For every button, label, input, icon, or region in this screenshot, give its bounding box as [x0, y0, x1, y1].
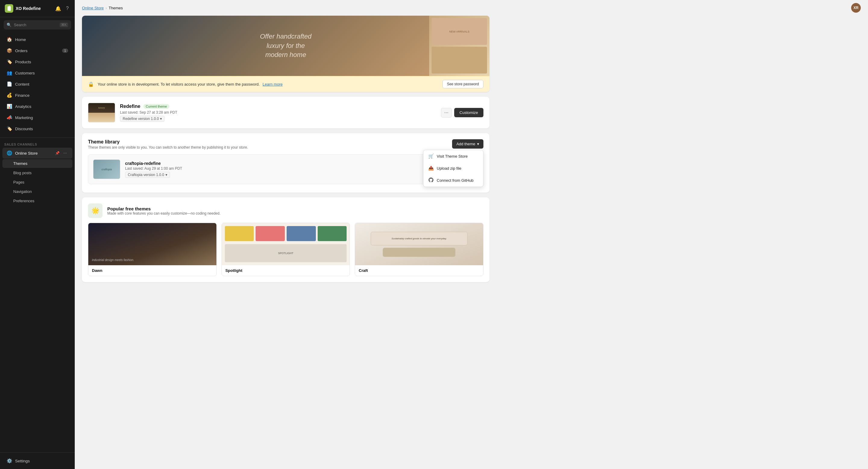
sidebar-item-label: Home	[15, 37, 26, 42]
theme-grid: industrial design meets fashion. Dawn	[88, 223, 484, 276]
popular-themes-icon: 🌟	[88, 204, 102, 218]
sidebar-item-themes[interactable]: Themes	[2, 159, 72, 168]
sidebar-item-label: Finance	[15, 93, 30, 98]
hat-yellow	[225, 226, 254, 241]
main-content: Online Store › Themes XR Offer handcraft…	[75, 0, 868, 469]
current-theme-name: Redefine	[120, 104, 141, 109]
sidebar-item-label: Products	[15, 60, 31, 64]
popular-themes-title: Popular free themes	[107, 206, 221, 211]
settings-icon: ⚙️	[7, 458, 12, 464]
sales-channels-label: Sales channels	[0, 139, 75, 147]
library-theme-meta: Last saved: Aug 29 at 1:00 am PDT	[125, 166, 436, 170]
sidebar-item-label: Analytics	[15, 104, 31, 109]
preview-image: Offer handcraftedluxury for themodern ho…	[82, 16, 490, 76]
theme-card-dawn[interactable]: industrial design meets fashion. Dawn	[88, 223, 217, 276]
page-wrapper: Offer handcraftedluxury for themodern ho…	[75, 16, 497, 294]
sidebar-item-navigation[interactable]: Navigation	[2, 187, 72, 196]
sidebar-item-preferences[interactable]: Preferences	[2, 196, 72, 205]
main-nav: 🏠 Home 📦 Orders 1 🏷️ Products 👥 Customer…	[0, 33, 75, 136]
dropdown-item-label: Upload zip file	[437, 166, 461, 170]
customers-icon: 👥	[7, 70, 12, 76]
sidebar-item-online-store[interactable]: 🌐 Online Store 📌 ⋯	[2, 148, 72, 159]
library-version-label: Craftopia version 1.0.0	[128, 173, 164, 177]
spotlight-card-footer: Spotlight	[222, 265, 350, 276]
online-store-pin-button[interactable]: 📌	[54, 150, 61, 156]
notification-button[interactable]: 🔔	[54, 4, 62, 13]
password-banner: 🔒 Your online store is in development. T…	[82, 76, 490, 92]
search-shortcut: ⌘K	[60, 23, 68, 27]
version-label: Redefine version 1.0.0	[123, 117, 159, 121]
github-icon	[428, 178, 434, 183]
dawn-card-footer: Dawn	[88, 265, 216, 276]
sidebar-item-analytics[interactable]: 📊 Analytics	[2, 101, 72, 112]
sidebar-item-settings[interactable]: ⚙️ Settings	[2, 456, 72, 466]
dawn-theme-name: Dawn	[92, 268, 213, 273]
breadcrumb-current: Themes	[109, 6, 123, 10]
learn-more-link[interactable]: Learn more	[262, 82, 282, 87]
current-theme-meta: Last saved: Sep 27 at 3:28 am PDT	[120, 110, 436, 115]
online-store-label: Online Store	[15, 151, 38, 156]
sidebar-item-label: Marketing	[15, 116, 33, 120]
customize-button[interactable]: Customize	[454, 108, 484, 117]
sidebar-item-finance[interactable]: 💰 Finance	[2, 90, 72, 101]
sidebar-item-customers[interactable]: 👥 Customers	[2, 67, 72, 79]
header-icons: 🔔 ?	[54, 4, 70, 13]
store-icon: 🛒	[428, 153, 434, 159]
preferences-label: Preferences	[13, 199, 34, 203]
avatar[interactable]: XR	[851, 3, 861, 13]
orders-icon: 📦	[7, 48, 12, 53]
lock-icon: 🔒	[88, 82, 94, 87]
current-theme-version[interactable]: Redefine version 1.0.0 ▾	[120, 116, 164, 122]
current-theme-thumbnail: luxury	[88, 103, 115, 122]
library-theme-version[interactable]: Craftopia version 1.0.0 ▾	[125, 172, 170, 178]
popular-themes-subtitle: Made with core features you can easily c…	[107, 211, 221, 216]
blog-posts-label: Blog posts	[13, 170, 32, 175]
search-bar[interactable]: 🔍 Search ⌘K	[4, 20, 71, 30]
library-theme-info: craftopia-redefine Last saved: Aug 29 at…	[125, 161, 436, 178]
theme-library-header: Theme library These themes are only visi…	[88, 139, 484, 150]
preview-overlay-text: Offer handcraftedluxury for themodern ho…	[260, 32, 311, 60]
add-theme-dropdown-menu: 🛒 Visit Theme Store 📤 Upload zip file	[423, 150, 484, 187]
see-store-password-button[interactable]: See store password	[442, 80, 484, 88]
shopify-logo[interactable]: XO Redefine	[5, 4, 41, 13]
pages-label: Pages	[13, 180, 24, 184]
theme-card-spotlight[interactable]: SPOTLIGHT Spotlight	[221, 223, 350, 276]
library-theme-name: craftopia-redefine	[125, 161, 436, 166]
dropdown-item-upload-zip[interactable]: 📤 Upload zip file	[424, 162, 483, 174]
sidebar-item-products[interactable]: 🏷️ Products	[2, 56, 72, 67]
sidebar-header: XO Redefine 🔔 ?	[0, 0, 75, 17]
sidebar-item-orders[interactable]: 📦 Orders 1	[2, 45, 72, 56]
popular-themes-title-area: Popular free themes Made with core featu…	[107, 206, 221, 216]
craft-card-image: Sustainably crafted goods to elevate you…	[355, 223, 483, 265]
help-button[interactable]: ?	[65, 4, 70, 13]
sidebar-item-blog-posts[interactable]: Blog posts	[2, 168, 72, 177]
sidebar-item-label: Orders	[15, 49, 27, 53]
spotlight-hats-row	[225, 226, 347, 241]
sidebar-bottom: ⚙️ Settings	[0, 452, 75, 469]
current-theme-badge: Current theme	[144, 104, 169, 109]
sidebar-item-content[interactable]: 📄 Content	[2, 79, 72, 90]
sidebar-item-label: Customers	[15, 71, 35, 75]
add-theme-dropdown: Add theme ▾ 🛒 Visit Theme Store 📤 Upload…	[452, 139, 484, 149]
sidebar-item-pages[interactable]: Pages	[2, 178, 72, 187]
dropdown-item-label: Visit Theme Store	[437, 154, 468, 159]
craft-theme-name: Craft	[359, 268, 479, 273]
online-store-more-button[interactable]: ⋯	[62, 150, 68, 156]
dropdown-item-connect-github[interactable]: Connect from GitHub	[424, 174, 483, 187]
upload-icon: 📤	[428, 165, 434, 171]
dropdown-item-visit-store[interactable]: 🛒 Visit Theme Store	[424, 150, 483, 162]
current-theme-more-button[interactable]: ⋯	[441, 108, 452, 118]
breadcrumb-separator: ›	[105, 6, 107, 10]
sidebar: XO Redefine 🔔 ? 🔍 Search ⌘K 🏠 Home 📦 Ord…	[0, 0, 75, 469]
finance-icon: 💰	[7, 93, 12, 98]
library-theme-thumbnail: craftopia	[93, 159, 120, 179]
theme-card-craft[interactable]: Sustainably crafted goods to elevate you…	[355, 223, 484, 276]
breadcrumb: Online Store › Themes	[82, 6, 123, 10]
sidebar-item-home[interactable]: 🏠 Home	[2, 34, 72, 45]
breadcrumb-parent[interactable]: Online Store	[82, 6, 104, 10]
sidebar-item-marketing[interactable]: 📣 Marketing	[2, 112, 72, 123]
add-theme-button[interactable]: Add theme ▾	[452, 139, 484, 149]
orders-badge: 1	[62, 49, 68, 53]
current-theme-info: Redefine Current theme Last saved: Sep 2…	[120, 104, 436, 122]
sidebar-item-discounts[interactable]: 🏷️ Discounts	[2, 123, 72, 134]
